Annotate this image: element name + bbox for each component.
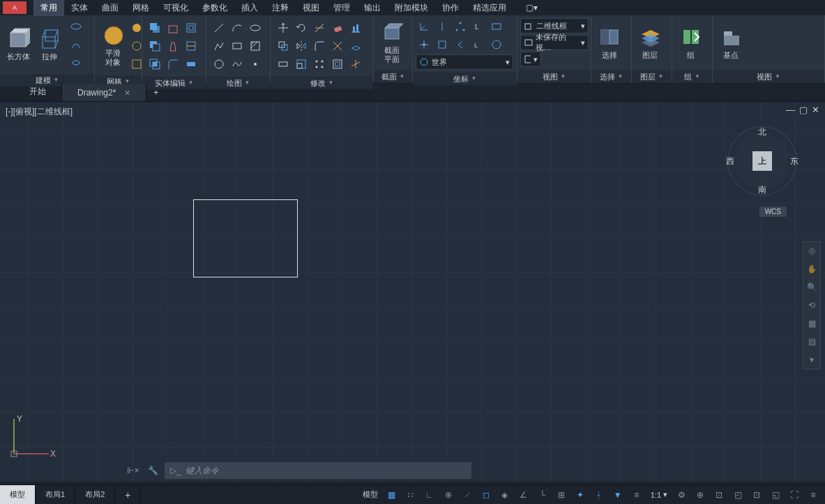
spline-button[interactable] <box>229 56 245 72</box>
menu-tab-output[interactable]: 输出 <box>357 0 388 16</box>
visual-style-combo[interactable]: 二维线框▾ <box>520 18 589 33</box>
menu-tab-home[interactable]: 常用 <box>33 0 64 16</box>
viewcube-west[interactable]: 西 <box>726 155 734 167</box>
stretch-button[interactable] <box>275 56 292 72</box>
panel-layers-label[interactable]: 图层▼ <box>632 70 672 83</box>
ucs-3p-button[interactable] <box>452 18 469 35</box>
saved-view-combo[interactable]: 未保存的视…▾ <box>520 35 589 50</box>
file-tab-drawing[interactable]: Drawing2* ✕ <box>62 84 146 101</box>
fillet-button[interactable] <box>311 38 328 54</box>
offset-button[interactable] <box>329 56 346 72</box>
ucs-prev-button[interactable] <box>452 36 469 53</box>
sweep-button[interactable] <box>68 54 84 71</box>
select-button[interactable]: 选择 <box>594 18 625 68</box>
close-icon[interactable]: ✕ <box>124 89 130 98</box>
viewport-label[interactable]: [-][俯视][二维线框] <box>6 106 73 118</box>
extrude-button[interactable]: 拉伸 <box>34 18 65 71</box>
panel-base-label[interactable]: 视图▼ <box>713 70 824 83</box>
menu-tab-annotate[interactable]: 注释 <box>265 0 296 16</box>
close-viewport-icon[interactable]: ✕ <box>812 105 819 115</box>
lineweight-icon[interactable]: ≡ <box>628 486 646 504</box>
ellipse-button[interactable] <box>247 20 264 36</box>
align-button[interactable] <box>347 20 364 36</box>
nav-pan-icon[interactable]: ✋ <box>803 260 820 278</box>
minimize-icon[interactable]: — <box>786 105 795 115</box>
rotate-button[interactable] <box>293 20 310 36</box>
osnap-toggle-icon[interactable]: ◻ <box>477 486 495 504</box>
circle-button[interactable] <box>211 56 227 72</box>
panel-modify-label[interactable]: 修改▼ <box>271 77 373 89</box>
layers-button[interactable]: 图层 <box>635 18 665 68</box>
drawn-rectangle[interactable] <box>193 199 298 277</box>
move-button[interactable] <box>275 20 292 36</box>
layout-tab-model[interactable]: 模型 <box>0 485 36 504</box>
array-button[interactable] <box>311 56 328 72</box>
menu-tab-visualize[interactable]: 可视化 <box>156 0 195 16</box>
menu-tab-surface[interactable]: 曲面 <box>95 0 126 16</box>
viewcube-south[interactable]: 南 <box>727 184 797 196</box>
3dalign-button[interactable] <box>347 38 364 54</box>
3dmove-button[interactable] <box>347 56 364 72</box>
maximize-icon[interactable]: ▢ <box>799 105 808 115</box>
isolate-icon[interactable]: ⊡ <box>748 486 766 504</box>
taper-face-button[interactable] <box>165 38 181 54</box>
anno-monitor-icon[interactable]: ⊕ <box>691 486 709 504</box>
menu-tab-addins[interactable]: 附加模块 <box>388 0 435 16</box>
command-input[interactable]: ▷_ 键入命令 <box>165 462 471 479</box>
file-tab-add[interactable]: + <box>146 84 165 101</box>
shell-button[interactable] <box>183 20 199 36</box>
point-button[interactable] <box>247 56 264 72</box>
otrack-icon[interactable]: ∠ <box>515 486 533 504</box>
anno-scale[interactable]: 1:1 ▾ <box>646 490 672 499</box>
viewcube-top-face[interactable]: 上 <box>752 151 772 171</box>
snap-toggle-icon[interactable]: ∷ <box>402 486 420 504</box>
customize-status-icon[interactable]: ≡ <box>804 486 822 504</box>
grid-toggle-icon[interactable]: ▦ <box>383 486 401 504</box>
rectangle-button[interactable] <box>229 38 245 54</box>
menu-tab-parametric[interactable]: 参数化 <box>195 0 234 16</box>
viewcube-east[interactable]: 东 <box>790 155 798 167</box>
menu-overflow-icon[interactable]: ▢▾ <box>520 1 543 14</box>
layout-tab-2[interactable]: 布局2 <box>75 485 115 504</box>
filter-icon[interactable]: ▼ <box>609 486 627 504</box>
workspace-icon[interactable]: ⚙ <box>672 486 690 504</box>
extrude-face-button[interactable] <box>165 20 181 36</box>
ucs-named-button[interactable]: L <box>470 36 487 53</box>
ucs-view-button[interactable] <box>488 18 505 35</box>
cleanscreen-icon[interactable]: ⛶ <box>785 486 803 504</box>
panel-view-label[interactable]: 视图▼ <box>517 70 591 83</box>
thicken-button[interactable] <box>183 56 199 72</box>
menu-tab-insert[interactable]: 插入 <box>234 0 265 16</box>
box-button[interactable]: 长方体 <box>3 18 34 71</box>
dynucs-icon[interactable]: └ <box>533 486 552 504</box>
nav-showmotion-icon[interactable]: ▦ <box>803 314 820 333</box>
union-button[interactable] <box>146 20 163 36</box>
subtract-button[interactable] <box>146 38 163 54</box>
hwacc-icon[interactable]: ◱ <box>766 486 785 504</box>
scale-button[interactable] <box>293 56 310 72</box>
ucs-combo[interactable]: 世界▾ <box>416 54 513 70</box>
nav-options-icon[interactable]: ▤ <box>803 333 820 351</box>
ucs-icon[interactable]: Y X <box>7 412 56 461</box>
wcs-badge[interactable]: WCS <box>759 206 787 217</box>
intersect-button[interactable] <box>146 56 163 72</box>
hatch-button[interactable] <box>247 38 264 54</box>
drawing-canvas[interactable]: [-][俯视][二维线框] — ▢ ✕ 北 南 东 西 上 WCS ◎ ✋ 🔍 … <box>0 102 825 482</box>
base-button[interactable]: 基点 <box>716 18 746 68</box>
smooth-button[interactable]: 平滑对象 <box>98 18 128 72</box>
panel-select-label[interactable]: 选择▼ <box>591 70 631 83</box>
view-cube[interactable]: 北 南 东 西 上 <box>727 126 797 196</box>
dyninput-icon[interactable]: ⊞ <box>552 486 570 504</box>
layout-tab-1[interactable]: 布局1 <box>36 485 75 504</box>
view-single-button[interactable]: ▾ <box>520 52 541 67</box>
ucs-world-button[interactable] <box>488 36 505 53</box>
status-model[interactable]: 模型 <box>358 489 382 500</box>
loft-button[interactable] <box>68 36 84 53</box>
mirror-button[interactable] <box>293 38 310 54</box>
isodraft-icon[interactable]: ⟋ <box>458 486 476 504</box>
arc-button[interactable] <box>229 20 245 36</box>
fillet-edge-button[interactable] <box>165 56 181 72</box>
units-icon[interactable]: ⊡ <box>710 486 728 504</box>
section-plane-button[interactable]: 截面平面 <box>377 18 407 68</box>
cmd-close-icon[interactable]: ⊩× <box>126 463 141 478</box>
